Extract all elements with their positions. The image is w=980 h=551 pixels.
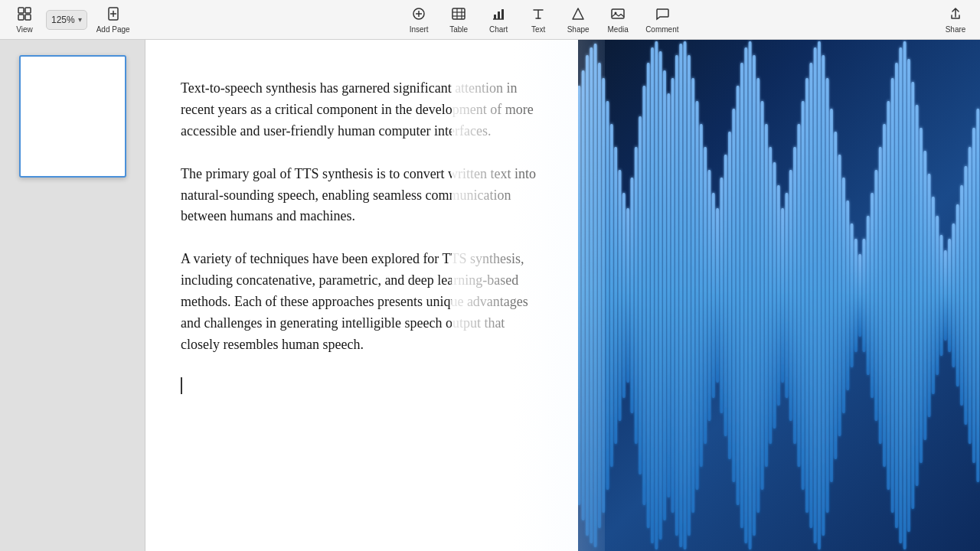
svg-rect-75	[740, 63, 743, 528]
svg-rect-52	[647, 63, 650, 528]
svg-rect-84	[777, 185, 780, 406]
svg-rect-50	[639, 116, 642, 474]
insert-button[interactable]: Insert	[400, 3, 437, 37]
svg-rect-119	[920, 128, 923, 463]
svg-rect-130	[964, 166, 967, 425]
svg-rect-85	[781, 208, 784, 383]
table-icon	[451, 6, 466, 24]
svg-rect-116	[907, 59, 910, 532]
svg-rect-44	[614, 147, 617, 444]
svg-rect-46	[622, 193, 626, 398]
svg-rect-93	[814, 47, 817, 543]
svg-rect-72	[728, 132, 731, 459]
svg-rect-124	[940, 235, 943, 356]
paragraph-3: A variety of techniques have been explor…	[181, 249, 543, 355]
svg-rect-120	[923, 151, 926, 440]
svg-rect-67	[708, 170, 711, 421]
share-label: Share	[946, 25, 966, 34]
svg-rect-121	[928, 174, 931, 417]
document-page[interactable]: Text-to-speech synthesis has garnered si…	[145, 40, 578, 551]
insert-label: Insert	[410, 25, 429, 34]
svg-rect-102	[851, 223, 854, 367]
toolbar-right: Share	[937, 3, 974, 37]
comment-icon	[655, 6, 670, 24]
svg-rect-73	[732, 109, 735, 482]
svg-rect-82	[769, 147, 772, 444]
zoom-chevron: ▾	[78, 15, 82, 24]
svg-rect-56	[663, 70, 666, 520]
svg-rect-114	[899, 47, 902, 543]
view-icon	[17, 6, 32, 24]
svg-rect-61	[684, 41, 687, 549]
svg-rect-40	[598, 63, 601, 528]
add-page-label: Add Page	[96, 25, 130, 34]
waveform-visualization	[521, 40, 980, 551]
svg-rect-51	[642, 86, 645, 505]
svg-rect-3	[25, 15, 31, 20]
svg-rect-95	[822, 55, 825, 536]
svg-rect-122	[932, 197, 935, 394]
svg-rect-10	[452, 8, 465, 19]
shape-button[interactable]: Shape	[560, 3, 596, 37]
svg-rect-39	[594, 44, 597, 547]
svg-rect-36	[582, 70, 585, 520]
text-label: Text	[531, 25, 545, 34]
media-icon	[610, 6, 626, 24]
svg-rect-60	[679, 44, 682, 547]
svg-rect-113	[895, 63, 898, 528]
svg-rect-125	[944, 250, 947, 341]
svg-rect-17	[498, 11, 500, 19]
svg-rect-80	[761, 101, 764, 490]
comment-label: Comment	[645, 25, 678, 34]
sidebar	[0, 40, 145, 551]
svg-rect-88	[793, 147, 796, 444]
svg-rect-38	[590, 47, 593, 543]
text-cursor	[181, 377, 182, 394]
share-icon	[948, 6, 963, 24]
svg-rect-126	[948, 239, 951, 352]
comment-button[interactable]: Comment	[639, 3, 684, 37]
table-label: Table	[449, 25, 468, 34]
svg-rect-129	[960, 185, 963, 406]
svg-rect-66	[704, 147, 707, 444]
text-button[interactable]: Text	[520, 3, 557, 37]
svg-rect-62	[688, 55, 691, 536]
view-label: View	[16, 25, 33, 34]
view-button[interactable]: View	[6, 3, 43, 37]
svg-rect-47	[626, 208, 629, 383]
chart-button[interactable]: Chart	[480, 3, 517, 37]
svg-rect-87	[789, 170, 792, 421]
svg-rect-57	[667, 93, 670, 497]
add-page-button[interactable]: Add Page	[90, 3, 136, 37]
svg-rect-35	[577, 86, 580, 505]
svg-rect-2	[18, 15, 24, 20]
svg-rect-16	[494, 15, 496, 19]
svg-rect-86	[786, 193, 789, 398]
zoom-value: 125%	[51, 15, 75, 25]
table-button[interactable]: Table	[440, 3, 477, 37]
svg-rect-90	[802, 101, 805, 490]
media-button[interactable]: Media	[599, 3, 636, 37]
page-thumbnail[interactable]	[19, 55, 126, 178]
document-area: Text-to-speech synthesis has garnered si…	[145, 40, 980, 551]
svg-rect-128	[956, 204, 959, 386]
svg-rect-0	[18, 8, 24, 13]
zoom-control[interactable]: 125% ▾	[46, 10, 87, 30]
toolbar: View 125% ▾ Add Page	[0, 0, 980, 40]
svg-rect-48	[631, 178, 634, 413]
svg-rect-110	[883, 124, 886, 467]
share-button[interactable]: Share	[937, 3, 974, 37]
svg-rect-104	[858, 254, 861, 337]
svg-rect-76	[744, 47, 747, 543]
svg-rect-83	[773, 162, 776, 429]
toolbar-left: View 125% ▾ Add Page	[6, 3, 136, 37]
media-label: Media	[608, 25, 629, 34]
svg-rect-49	[635, 147, 638, 444]
svg-rect-77	[749, 41, 752, 549]
svg-rect-98	[834, 132, 837, 459]
svg-rect-79	[756, 78, 760, 513]
svg-rect-101	[846, 201, 849, 390]
chart-icon	[491, 6, 506, 24]
svg-rect-42	[606, 101, 609, 490]
svg-rect-100	[842, 178, 845, 413]
